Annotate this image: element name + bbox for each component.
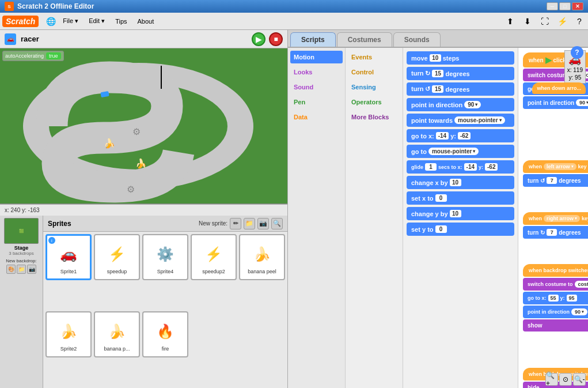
sprites-header: Sprites New sprite: ✏ 📁 📷 🔍 (43, 216, 287, 232)
block-point-towards-dropdown[interactable]: mouse-pointer (454, 116, 504, 124)
sprite-thumb-banana-p[interactable]: 🍌 banana p... (94, 311, 140, 357)
block-turn-ccw-input: 15 (432, 85, 443, 93)
sprite-thumb-img-speedup2: ⚡ (199, 240, 228, 269)
sprite-thumb-speedup2[interactable]: ⚡ speedup2 (191, 234, 237, 280)
zoom-reset-btn[interactable]: ⊙ (559, 373, 572, 386)
stage-box: 🟩 Stage 3 backdrops New backdrop: 🎨 📁 📷 (0, 216, 43, 388)
paint-backdrop-btn[interactable]: 🎨 (6, 265, 16, 274)
block-point-dir-dropdown[interactable]: 90 (464, 101, 481, 108)
script-canvas: when ▶ clicked switch costume to costume… (518, 48, 588, 388)
sprite-thumb-fire[interactable]: 🔥 fire (142, 311, 188, 357)
block-turn-ccw[interactable]: turn ↺ 15 degrees (407, 82, 514, 96)
sblock-show[interactable]: show (523, 319, 588, 332)
help-question-btn[interactable]: ? (571, 48, 583, 59)
block-goto-y: -62 (458, 132, 471, 140)
costume2-dropdown[interactable]: costume1 (575, 281, 588, 288)
sprite-thumb-speedup[interactable]: ⚡ speedup (94, 234, 140, 280)
block-goto[interactable]: go to mouse-pointer (407, 145, 514, 158)
upload-backdrop-btn[interactable]: 📁 (17, 265, 26, 274)
sprite-thumb-banana-peel[interactable]: 🍌 banana peel (239, 234, 285, 280)
block-set-x[interactable]: set x to 0 (407, 191, 514, 205)
script-group-2: when left arrow key pressed turn ↺ 7 deg… (523, 160, 588, 187)
about-menu[interactable]: About (133, 16, 159, 27)
close-button[interactable]: ✕ (572, 2, 583, 10)
minimize-button[interactable]: ─ (547, 2, 558, 10)
turbo-icon[interactable]: ⚡ (556, 15, 568, 28)
gear-sprite-1: ⚙ (132, 126, 141, 137)
zoom-out-btn[interactable]: 🔍- (573, 373, 586, 386)
globe-icon[interactable]: 🌐 (44, 15, 57, 28)
coordinates: x: 240 y: -163 (5, 207, 40, 213)
sblock-down-arrow-partial[interactable]: when down arro... (532, 82, 586, 94)
paint-sprite-btn[interactable]: ✏ (230, 218, 241, 229)
block-glide[interactable]: glide 1 secs to x: -14 y: -62 (407, 160, 514, 174)
palette-item-sensing[interactable]: Sensing (348, 81, 400, 93)
palette-item-data[interactable]: Data (290, 111, 343, 123)
upload-icon[interactable]: ⬆ (504, 15, 517, 28)
sblock-point-dir-90[interactable]: point in direction 90 (523, 96, 588, 109)
download-icon[interactable]: ⬇ (521, 15, 534, 28)
stage-mini-preview[interactable]: 🟩 (4, 218, 39, 244)
block-point-dir[interactable]: point in direction 90 (407, 98, 514, 111)
palette-item-operators[interactable]: Operators (348, 96, 400, 108)
sblock-switch-costume2[interactable]: switch costume to costume1 (523, 278, 588, 291)
sblock-left-arrow[interactable]: when left arrow key pressed (523, 160, 588, 173)
block-turn-cw[interactable]: turn ↻ 15 degrees (407, 67, 514, 80)
zoom-in-btn[interactable]: 🔍+ (545, 373, 558, 386)
sblock-backdrop1[interactable]: when backdrop switches to backdrop1 (523, 264, 588, 277)
sprite-info-y-value: 95 (575, 74, 581, 81)
search-sprite-btn[interactable]: 🔍 (271, 218, 283, 229)
palette-item-more[interactable]: More Blocks (348, 111, 400, 123)
fullscreen-icon[interactable]: ⛶ (538, 15, 551, 28)
sprite-thumb-name-fire: fire (162, 346, 169, 352)
sprite-thumb-sprite4[interactable]: ⚙️ Sprite4 (142, 234, 188, 280)
help-icon[interactable]: ? (573, 15, 586, 28)
tab-costumes[interactable]: Costumes (337, 32, 392, 47)
block-goto-xy[interactable]: go to x: -14 y: -62 (407, 129, 514, 142)
sblock-right-arrow[interactable]: when right arrow key pressed (523, 212, 588, 225)
palette-item-motion[interactable]: Motion (290, 51, 343, 63)
block-change-x[interactable]: change x by 10 (407, 176, 514, 189)
tab-sounds[interactable]: Sounds (393, 32, 441, 47)
new-backdrop-label: New backdrop: (6, 258, 36, 263)
file-menu[interactable]: File ▾ (58, 15, 83, 27)
sblock-turn-ccw-7[interactable]: turn ↺ 7 degrees (523, 174, 588, 187)
right-panel: Scripts Costumes Sounds Motion Looks Sou… (288, 30, 588, 388)
block-move[interactable]: move 10 steps (407, 51, 514, 65)
sprite-thumb-sprite1[interactable]: i 🚗 Sprite1 (45, 234, 92, 280)
palette-item-looks[interactable]: Looks (290, 66, 343, 78)
right-arrow-dropdown[interactable]: right arrow (544, 215, 580, 222)
sblock-turn-cw-7[interactable]: turn ↻ 7 degrees (523, 226, 588, 239)
palette-item-control[interactable]: Control (348, 66, 400, 78)
sprite-icon: 🚗 (5, 33, 16, 45)
palette-item-events[interactable]: Events (348, 51, 400, 63)
tips-menu[interactable]: Tips (111, 16, 131, 27)
camera-backdrop-btn[interactable]: 📷 (27, 265, 36, 274)
sprite-thumb-name-banana-p: banana p... (104, 346, 130, 352)
sinput-7b: 7 (547, 229, 557, 236)
upload-sprite-btn[interactable]: 📁 (244, 218, 255, 229)
stop-button[interactable]: ■ (269, 32, 283, 46)
green-flag-button[interactable]: ▶ (252, 32, 265, 46)
stage-header: 🚗 racer ▶ ■ (0, 30, 287, 48)
sprite-thumb-sprite2[interactable]: 🍌 Sprite2 (45, 311, 92, 357)
block-change-y[interactable]: change y by 10 (407, 207, 514, 220)
block-point-towards[interactable]: point towards mouse-pointer (407, 114, 514, 127)
sprite-name: racer (21, 35, 39, 43)
sblock-goto-55-95-2[interactable]: go to x: 55 y: 95 (523, 292, 588, 304)
palette-item-pen[interactable]: Pen (290, 96, 343, 108)
dir-dropdown-90[interactable]: 90 (576, 99, 588, 106)
dir-dropdown-90b[interactable]: 90 (571, 308, 587, 315)
sprite-thumb-img-banana-p: 🍌 (103, 317, 131, 346)
edit-menu[interactable]: Edit ▾ (84, 15, 109, 27)
camera-sprite-btn[interactable]: 📷 (257, 218, 269, 229)
block-goto-dropdown[interactable]: mouse-pointer (428, 148, 479, 155)
sprite-thumb-img-sprite4: ⚙️ (151, 240, 180, 269)
maximize-button[interactable]: □ (559, 2, 571, 10)
tab-scripts[interactable]: Scripts (290, 32, 336, 47)
left-arrow-dropdown[interactable]: left arrow (544, 163, 576, 170)
palette-item-sound[interactable]: Sound (290, 81, 343, 93)
block-set-y[interactable]: set y to 0 (407, 223, 514, 236)
stage-canvas: autoAccelerating true 🍌 🍌 ⚙ ⚙ (0, 48, 287, 204)
sblock-point-dir-90-2[interactable]: point in direction 90 (523, 306, 588, 318)
